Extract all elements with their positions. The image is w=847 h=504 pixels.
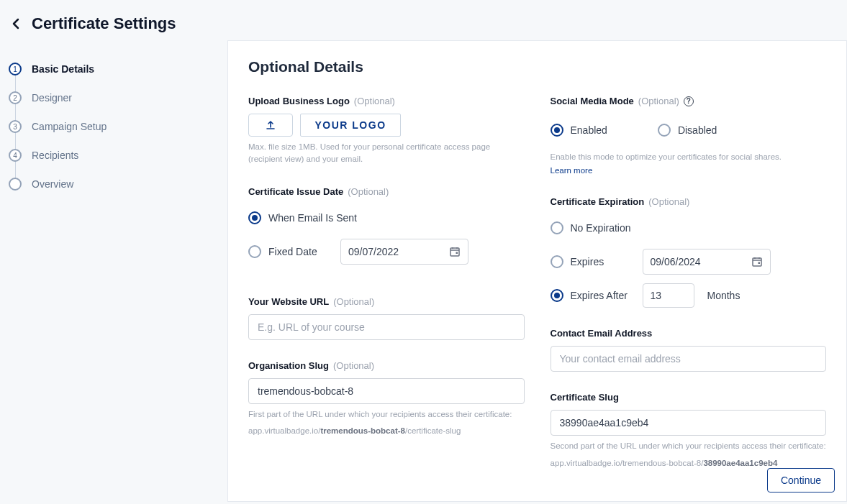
page-title: Certificate Settings [32,14,176,33]
svg-rect-1 [456,252,458,254]
calendar-icon [449,246,461,257]
org-slug-group: Organisation Slug (Optional) First part … [248,360,525,438]
radio-label: When Email Is Sent [268,212,357,224]
svg-rect-0 [450,248,459,256]
org-slug-label: Organisation Slug [248,360,329,371]
optional-text: (Optional) [638,96,679,106]
org-slug-help: First part of the URL under which your r… [248,408,525,421]
radio-label: No Expiration [571,222,635,234]
step-circle: 4 [9,149,22,162]
fixed-date-input[interactable]: 09/07/2022 [340,239,468,265]
cert-slug-help: Second part of the URL under which your … [551,440,827,452]
stepper: 1 Basic Details 2 Designer 3 Campaign Se… [0,40,227,502]
back-button[interactable] [9,17,23,31]
optional-text: (Optional) [348,186,389,197]
step-label: Designer [32,92,72,104]
step-overview[interactable]: Overview [9,170,219,198]
optional-text: (Optional) [354,96,395,106]
step-campaign-setup[interactable]: 3 Campaign Setup [9,112,219,141]
settings-panel: Optional Details Upload Business Logo (O… [227,40,847,502]
expires-after-input[interactable] [643,283,694,308]
social-mode-label: Social Media Mode [551,96,634,106]
issue-date-group: Certificate Issue Date (Optional) When E… [248,186,525,265]
optional-text: (Optional) [648,196,689,207]
issue-date-label: Certificate Issue Date [248,186,343,197]
date-value: 09/07/2022 [348,246,449,257]
step-label: Overview [32,178,73,190]
radio-expires[interactable] [551,255,563,268]
svg-rect-3 [758,262,760,265]
step-circle: 2 [9,91,22,104]
step-recipients[interactable]: 4 Recipients [9,141,219,170]
radio-fixed-date[interactable] [248,245,261,258]
radio-label: Expires [571,256,635,267]
expiration-label: Certificate Expiration [551,196,645,207]
optional-text: (Optional) [333,360,374,371]
cert-slug-group: Certificate Slug Second part of the URL … [551,392,827,469]
radio-social-enabled[interactable] [551,124,563,137]
upload-logo-label: Upload Business Logo [248,96,350,106]
contact-email-input[interactable] [551,346,827,372]
calendar-icon [751,256,763,267]
step-basic-details[interactable]: 1 Basic Details [9,55,219,83]
expires-date-input[interactable]: 09/06/2024 [643,249,771,275]
panel-title: Optional Details [248,58,826,75]
step-label: Recipients [32,150,78,161]
contact-email-label: Contact Email Address [551,328,653,339]
upload-logo-group: Upload Business Logo (Optional) YOUR LOG… [248,96,525,166]
upload-button[interactable] [248,114,293,137]
org-slug-input[interactable] [248,378,525,404]
radio-label: Enabled [571,124,607,136]
radio-expires-after[interactable] [551,289,563,302]
radio-social-disabled[interactable] [658,124,671,137]
chevron-left-icon [12,18,19,29]
upload-icon [265,119,276,131]
radio-when-email-sent[interactable] [248,211,261,224]
logo-preview: YOUR LOGO [300,114,401,137]
org-slug-url: app.virtualbadge.io/tremendous-bobcat-8/… [248,425,525,437]
step-circle [9,178,22,191]
contact-email-group: Contact Email Address [551,328,827,372]
social-mode-group: Social Media Mode (Optional) ? Enabled D… [551,96,827,176]
step-label: Campaign Setup [32,121,107,132]
help-icon[interactable]: ? [684,96,694,106]
step-circle: 3 [9,120,22,133]
step-circle: 1 [9,63,22,75]
cert-slug-label: Certificate Slug [551,392,619,403]
expires-after-unit: Months [707,290,740,301]
date-value: 09/06/2024 [651,256,751,267]
svg-rect-2 [753,258,761,266]
social-help: Enable this mode to optimize your certif… [551,151,827,163]
learn-more-link[interactable]: Learn more [551,166,593,175]
expiration-group: Certificate Expiration (Optional) No Exp… [551,196,827,308]
cert-slug-input[interactable] [551,410,827,436]
upload-help: Max. file size 1MB. Used for your person… [248,141,525,166]
step-label: Basic Details [32,63,94,75]
radio-no-expiration[interactable] [551,221,563,234]
radio-label: Fixed Date [268,246,333,257]
optional-text: (Optional) [333,296,374,307]
radio-label: Disabled [678,124,717,136]
radio-label: Expires After [571,290,635,301]
website-url-input[interactable] [248,314,525,340]
step-designer[interactable]: 2 Designer [9,83,219,112]
website-label: Your Website URL [248,296,329,307]
continue-button[interactable]: Continue [767,468,835,492]
website-url-group: Your Website URL (Optional) [248,296,525,340]
